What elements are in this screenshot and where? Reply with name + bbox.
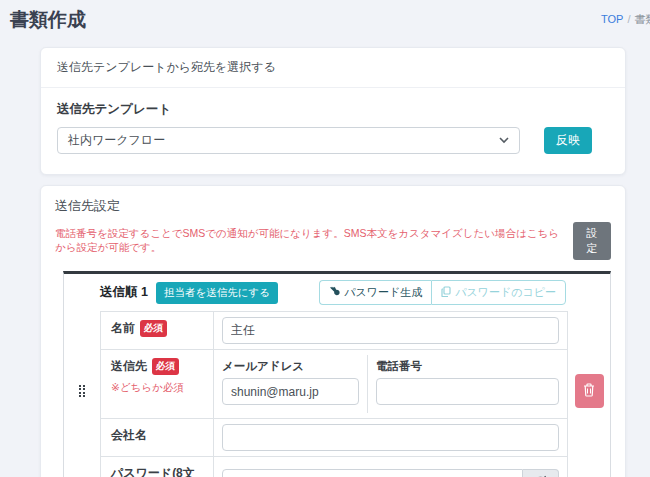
breadcrumb-current: 書類作成 xyxy=(634,13,650,25)
phone-input[interactable] xyxy=(376,378,559,405)
page-title: 書類作成 xyxy=(10,7,86,33)
email-input[interactable] xyxy=(222,378,359,405)
company-input[interactable] xyxy=(222,424,559,451)
copy-password-button[interactable]: パスワードのコピー xyxy=(431,280,566,305)
password-row: パスワード(8文字以上) xyxy=(101,456,567,477)
required-badge: 必須 xyxy=(152,358,179,375)
breadcrumb-top-link[interactable]: TOP xyxy=(601,13,623,25)
template-card: 送信先テンプレートから宛先を選択する 送信先テンプレート 社内ワークフロー 反映 xyxy=(40,47,626,175)
destination-row: 送信先必須 ※どちらか必須 メールアドレス 電話番号 xyxy=(101,349,567,418)
password-label: パスワード(8文字以上) xyxy=(111,466,195,477)
password-input[interactable] xyxy=(222,469,523,477)
email-label: メールアドレス xyxy=(222,359,359,374)
order-label: 送信順 1 xyxy=(100,284,148,301)
template-card-header: 送信先テンプレートから宛先を選択する xyxy=(41,48,625,88)
apply-button[interactable]: 反映 xyxy=(544,127,592,154)
copy-icon xyxy=(441,286,451,299)
company-label: 会社名 xyxy=(111,428,147,442)
generate-password-button[interactable]: パスワード生成 xyxy=(319,280,431,305)
breadcrumb-separator: / xyxy=(627,13,630,25)
phone-label: 電話番号 xyxy=(376,359,559,374)
delete-recipient-button[interactable] xyxy=(575,374,604,408)
name-label: 名前 xyxy=(111,321,135,335)
toggle-password-visibility-button[interactable] xyxy=(523,469,559,477)
key-icon xyxy=(329,286,340,299)
sms-settings-button[interactable]: 設定 xyxy=(573,222,611,260)
template-select[interactable]: 社内ワークフロー xyxy=(57,127,520,154)
recipient-card-title: 送信先設定 xyxy=(55,197,611,215)
breadcrumb: TOP/書類作成 xyxy=(601,12,650,27)
name-row: 名前必須 xyxy=(101,312,567,349)
sms-notice-text: 電話番号を設定することでSMSでの通知が可能になります。SMS本文をカスタマイズ… xyxy=(55,227,565,255)
recipient-card: 送信先設定 電話番号を設定することでSMSでの通知が可能になります。SMS本文を… xyxy=(40,185,626,477)
template-card-body: 送信先テンプレート 社内ワークフロー 反映 xyxy=(41,88,625,174)
name-input[interactable] xyxy=(222,317,559,344)
grip-dots-icon xyxy=(79,385,85,398)
either-required-note: ※どちらか必須 xyxy=(111,381,203,395)
template-select-value: 社内ワークフロー xyxy=(68,132,165,149)
template-select-label: 送信先テンプレート xyxy=(57,101,609,118)
recipient-panel-1: 送信順 1 担当者を送信先にする パスワード生成 xyxy=(63,271,611,477)
assign-self-button[interactable]: 担当者を送信先にする xyxy=(156,282,278,304)
page-header: 書類作成 TOP/書類作成 xyxy=(0,0,650,40)
required-badge: 必須 xyxy=(140,320,167,337)
company-row: 会社名 xyxy=(101,418,567,456)
trash-icon xyxy=(583,383,595,400)
chevron-down-icon xyxy=(499,137,509,144)
destination-label: 送信先 xyxy=(111,359,147,373)
drag-handle[interactable] xyxy=(64,274,100,477)
